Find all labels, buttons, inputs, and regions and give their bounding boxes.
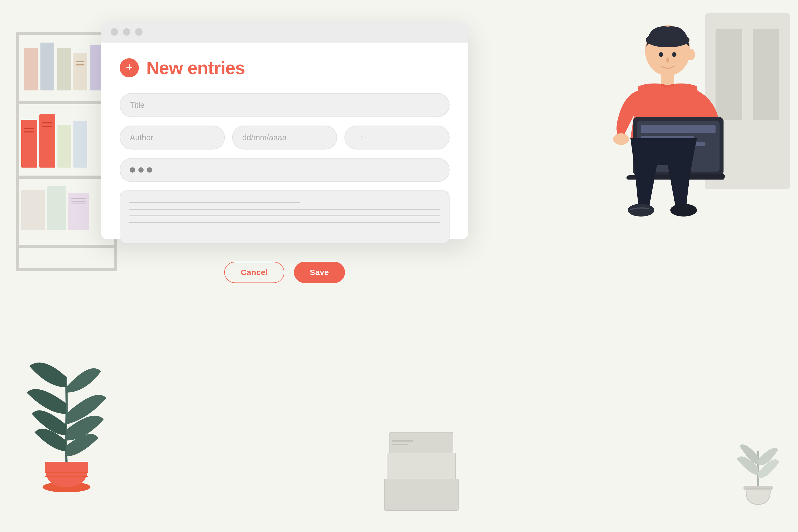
svg-point-9 [672,52,677,57]
svg-point-7 [685,49,695,60]
svg-point-19 [670,204,697,216]
textarea-placeholder-lines [129,202,440,229]
svg-point-8 [659,52,663,57]
author-input[interactable] [120,126,225,150]
textarea-line-3 [129,215,440,216]
svg-point-5 [645,25,690,76]
svg-rect-3 [743,486,773,490]
dot-1 [130,167,135,173]
textarea-line-4 [129,222,440,223]
box-bot [384,479,459,511]
shelf-row-2 [21,114,87,168]
dot-3 [147,167,152,173]
binder [40,42,54,91]
form-header: + New entries [120,57,450,78]
box-mid [387,453,456,479]
titlebar-dot-2 [123,28,130,36]
bg-window-panel-right [753,29,779,120]
textarea-line-1 [129,202,300,203]
box-top [390,432,453,453]
cancel-button[interactable]: Cancel [224,262,284,283]
textarea-line-2 [129,209,440,210]
svg-point-6 [646,33,689,48]
binder [24,48,38,91]
background-scene: + New entries [0,0,798,532]
book [21,190,45,230]
svg-rect-10 [661,73,674,87]
textarea-wrapper [120,190,450,253]
svg-point-18 [628,204,654,216]
svg-rect-17 [641,142,705,146]
book [68,193,89,230]
author-date-time-row [120,126,450,150]
browser-window: + New entries [101,21,468,240]
binder [57,125,71,168]
time-input[interactable] [344,126,450,150]
bg-wall-window [705,13,790,189]
date-input[interactable] [232,126,337,150]
dot-2 [138,167,144,173]
svg-point-11 [613,133,629,145]
titlebar-dot-3 [135,28,142,36]
titlebar-dot-1 [111,28,118,36]
binder-orange [21,120,37,168]
svg-rect-16 [641,136,694,140]
title-input[interactable] [120,93,450,117]
shelf-divider-1 [19,101,114,104]
binder [57,48,71,91]
save-button[interactable]: Save [294,262,345,283]
browser-form: + New entries [101,42,468,296]
book [48,186,66,230]
plus-icon: + [126,61,133,73]
shelf-divider-3 [19,245,114,248]
title-row [120,93,450,117]
form-title: New entries [146,57,245,78]
plus-circle-icon[interactable]: + [120,58,139,77]
browser-titlebar [101,21,468,42]
shelf-divider-2 [19,175,114,179]
binder [73,121,87,168]
bg-window-panel-left [716,29,742,120]
password-row [120,158,450,182]
storage-boxes [384,432,459,511]
form-buttons: Cancel Save [120,262,450,283]
plant-left [21,334,112,500]
shelf-row-1 [24,42,104,91]
password-dots-field[interactable] [120,158,450,182]
binder [73,53,87,91]
svg-rect-15 [641,125,716,133]
shelf-row-3 [21,186,89,230]
binder-orange-2 [39,114,55,168]
plant-right [732,419,785,511]
